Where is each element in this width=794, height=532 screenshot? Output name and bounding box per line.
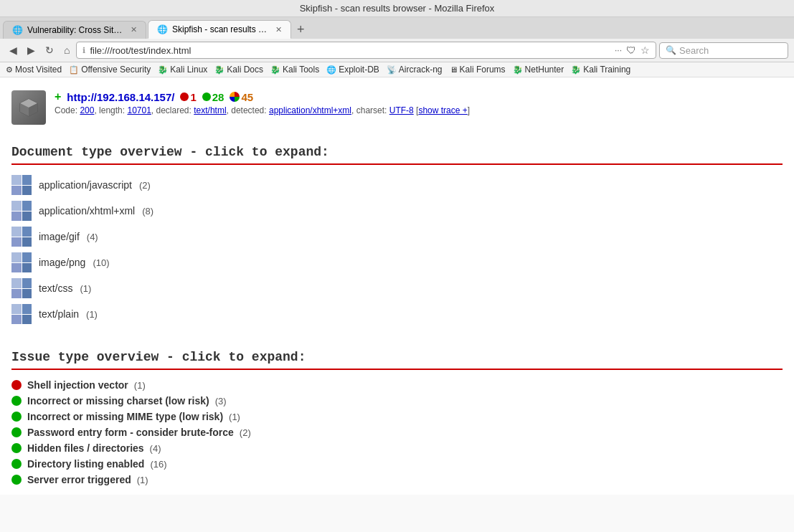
url-display: file:///root/test/index.html — [90, 45, 610, 56]
refresh-button[interactable]: ↻ — [42, 43, 57, 57]
issue-count-4: (4) — [150, 443, 161, 454]
bookmark-offensive-security[interactable]: 📋 Offensive Security — [69, 65, 151, 75]
nav-bar: ◀ ▶ ↻ ⌂ ℹ file:///root/test/index.html ·… — [0, 39, 794, 62]
doc-type-name-4: text/css — [39, 282, 72, 294]
issue-dot-green-6 — [11, 475, 22, 485]
site-header: + http://192.168.14.157/ 1 28 45 Code: 2… — [11, 85, 783, 130]
tab-label: Vulnerability: Cross Site ... — [27, 25, 123, 35]
doc-type-item[interactable]: text/plain (1) — [11, 301, 783, 327]
length-value[interactable]: 10701 — [127, 105, 151, 115]
info-icon: ℹ — [82, 46, 85, 55]
nethunter-icon: 🐉 — [513, 65, 523, 75]
search-placeholder: Search — [679, 45, 709, 56]
tab-skipfish[interactable]: 🌐 Skipfish - scan results brows... ✕ — [148, 20, 291, 39]
tab-page-icon-active: 🌐 — [157, 24, 168, 34]
tab-close-1[interactable]: ✕ — [275, 25, 282, 34]
badge-multi: 45 — [230, 91, 253, 103]
tab-close-0[interactable]: ✕ — [131, 25, 137, 34]
new-tab-button[interactable]: + — [293, 21, 309, 39]
declared-value[interactable]: text/html — [194, 105, 226, 115]
shield-icon: 🛡 — [626, 44, 636, 56]
forward-button[interactable]: ▶ — [24, 43, 39, 57]
bookmark-aircrack[interactable]: 📡 Aircrack-ng — [387, 65, 443, 75]
green-circle-icon — [202, 92, 211, 101]
home-button[interactable]: ⌂ — [60, 43, 73, 57]
doc-type-item[interactable]: image/gif (4) — [11, 224, 783, 250]
search-icon: 🔍 — [666, 45, 676, 55]
red-circle-icon — [180, 92, 189, 101]
detected-value[interactable]: application/xhtml+xml — [269, 105, 351, 115]
issue-dot-green-4 — [11, 443, 22, 453]
bookmark-kali-tools[interactable]: 🐉 Kali Tools — [270, 65, 319, 75]
issue-item-1[interactable]: Incorrect or missing charset (low risk) … — [11, 393, 783, 409]
more-options-icon[interactable]: ··· — [615, 45, 622, 55]
bookmark-nethunter[interactable]: 🐉 NetHunter — [513, 65, 564, 75]
issue-count-1: (3) — [215, 396, 227, 407]
bookmark-kali-linux[interactable]: 🐉 Kali Linux — [158, 65, 207, 75]
issue-name-2: Incorrect or missing MIME type (low risk… — [27, 411, 223, 422]
multi-count: 45 — [241, 91, 253, 103]
issue-dot-green-5 — [11, 459, 22, 469]
issue-name-5: Directory listing enabled — [27, 458, 144, 470]
code-value[interactable]: 200 — [80, 105, 94, 115]
green-count: 28 — [212, 91, 225, 103]
code-label: Code: — [55, 105, 77, 115]
search-bar[interactable]: 🔍 Search — [659, 42, 788, 59]
red-count: 1 — [190, 91, 196, 103]
doc-type-name-2: image/gif — [39, 231, 80, 242]
kali-training-icon: 🐉 — [571, 65, 581, 75]
bookmark-label: Kali Linux — [170, 65, 207, 75]
bookmark-label: Most Visited — [15, 65, 62, 75]
issue-count-6: (1) — [137, 475, 148, 485]
bookmark-kali-training[interactable]: 🐉 Kali Training — [571, 65, 630, 75]
issue-dot-red-0 — [11, 380, 22, 390]
doc-type-count-4: (1) — [80, 283, 91, 294]
aircrack-icon: 📡 — [387, 65, 397, 75]
site-url-link[interactable]: http://192.168.14.157/ — [67, 91, 174, 103]
issue-dot-green-1 — [11, 396, 22, 406]
doc-section-header[interactable]: Document type overview - click to expand… — [11, 136, 783, 165]
back-button[interactable]: ◀ — [6, 43, 21, 57]
bookmark-label: Kali Forums — [460, 65, 506, 75]
doc-type-item[interactable]: image/png (10) — [11, 250, 783, 275]
doc-type-item[interactable]: application/javascript (2) — [11, 172, 783, 198]
show-trace-link[interactable]: show trace + — [418, 105, 467, 115]
doc-type-icon-4 — [11, 278, 32, 298]
doc-type-count-0: (2) — [139, 180, 151, 191]
kali-docs-icon: 🐉 — [214, 65, 225, 75]
tab-label-active: Skipfish - scan results brows... — [172, 24, 268, 34]
issue-item-6[interactable]: Server error triggered (1) — [11, 472, 783, 488]
bookmark-kali-forums[interactable]: 🖥 Kali Forums — [450, 65, 506, 75]
bookmark-most-visited[interactable]: ⚙ Most Visited — [6, 65, 62, 75]
doc-type-list: application/javascript (2) application/x… — [11, 172, 783, 327]
issue-item-0[interactable]: Shell injection vector (1) — [11, 377, 783, 393]
issue-name-1: Incorrect or missing charset (low risk) — [27, 395, 209, 407]
charset-value[interactable]: UTF-8 — [389, 105, 414, 115]
site-url-line: + http://192.168.14.157/ 1 28 45 — [55, 90, 783, 103]
issue-count-5: (16) — [150, 459, 166, 470]
issue-item-4[interactable]: Hidden files / directories (4) — [11, 440, 783, 456]
bookmark-label: Exploit-DB — [339, 65, 379, 75]
tab-bar: 🌐 Vulnerability: Cross Site ... ✕ 🌐 Skip… — [0, 17, 794, 39]
doc-type-item[interactable]: application/xhtml+xml (8) — [11, 198, 783, 224]
bookmark-kali-docs[interactable]: 🐉 Kali Docs — [214, 65, 263, 75]
site-meta: Code: 200, length: 10701, declared: text… — [55, 105, 783, 115]
issue-dot-green-2 — [11, 412, 22, 422]
bookmark-exploit-db[interactable]: 🌐 Exploit-DB — [326, 65, 379, 75]
charset-label: charset: — [356, 105, 387, 115]
doc-type-name-5: text/plain — [39, 308, 79, 320]
doc-type-item[interactable]: text/css (1) — [11, 275, 783, 301]
issue-item-2[interactable]: Incorrect or missing MIME type (low risk… — [11, 409, 783, 424]
main-content: + http://192.168.14.157/ 1 28 45 Code: 2… — [0, 77, 794, 495]
cube-icon — [17, 96, 40, 119]
issue-item-5[interactable]: Directory listing enabled (16) — [11, 456, 783, 472]
issue-item-3[interactable]: Password entry form - consider brute-for… — [11, 424, 783, 440]
doc-type-name-0: application/javascript — [39, 179, 132, 191]
tab-vulnerability[interactable]: 🌐 Vulnerability: Cross Site ... ✕ — [3, 21, 146, 39]
star-icon[interactable]: ☆ — [641, 44, 650, 56]
issue-section-header[interactable]: Issue type overview - click to expand: — [11, 341, 783, 370]
badge-red: 1 — [180, 91, 196, 103]
site-icon — [11, 90, 46, 125]
length-label: length: — [99, 105, 125, 115]
address-bar[interactable]: ℹ file:///root/test/index.html ··· 🛡 ☆ — [76, 42, 656, 59]
